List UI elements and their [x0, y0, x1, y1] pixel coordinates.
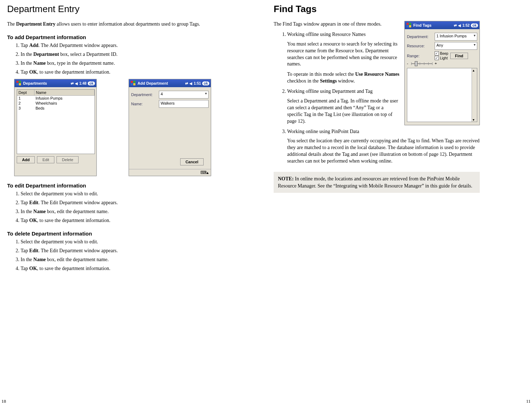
list-item: In the Name box, edit the department nam… — [21, 208, 213, 215]
pda-title-text: Departments — [23, 81, 47, 85]
edit-steps: Select the department you wish to edit. … — [7, 191, 213, 224]
svg-rect-10 — [407, 25, 409, 27]
heading-find-tags: Find Tags — [274, 4, 480, 15]
screenshot-row: Departments ⇄ ◀ 1:48 ok Dept Name 1Infus… — [14, 79, 213, 176]
svg-rect-3 — [19, 83, 21, 85]
range-minus: - — [407, 61, 409, 65]
page-left: Department Entry The Department Entry al… — [0, 0, 220, 279]
results-list[interactable] — [407, 68, 477, 122]
col-dept: Dept — [17, 90, 34, 95]
name-input[interactable]: Walkers — [159, 100, 209, 108]
note-box: NOTE: In online mode, the locations and … — [274, 172, 480, 193]
beep-checkbox[interactable]: ✓Beep — [435, 51, 448, 56]
pda-titlebar: Find Tags ⇄ ◀ 1:52 ok — [405, 21, 479, 29]
volume-icon: ◀ — [75, 81, 78, 85]
pda-titlebar: Add Department ⇄ ◀ 1:51 ok — [129, 79, 211, 87]
page-right: Find Tags Find Tags ⇄ ◀ 1:52 ok Departme… — [267, 0, 487, 196]
list-item: Tap Add. The Add Department window appea… — [21, 42, 213, 49]
ok-button[interactable]: ok — [88, 81, 95, 85]
status-icons: ⇄ ◀ 1:48 — [71, 81, 86, 85]
list-item: Select the department you wish to edit. — [21, 239, 213, 245]
light-checkbox[interactable]: ✓Light — [435, 56, 448, 60]
volume-icon: ◀ — [189, 81, 192, 85]
keyboard-icon[interactable]: ⌨︎▴ — [200, 170, 209, 175]
svg-rect-7 — [133, 83, 135, 85]
pda-add-department: Add Department ⇄ ◀ 1:51 ok Department: 4… — [129, 79, 211, 176]
resource-select[interactable]: Any — [435, 42, 477, 50]
pda-body: Dept Name 1Infusion Pumps 2Wheelchairs 3… — [15, 87, 96, 169]
list-item: Tap Edit. The Edit Department window app… — [21, 200, 213, 206]
range-plus: + — [435, 61, 437, 65]
list-item: Working online using PinPoint Data You s… — [287, 128, 480, 165]
volume-icon: ◀ — [458, 23, 461, 27]
ok-button[interactable]: ok — [202, 81, 209, 85]
scrollbar[interactable] — [472, 68, 477, 122]
delete-steps: Select the department you wish to edit. … — [7, 239, 213, 272]
pda-body: Department: 4 Name: Walkers Cancel — [129, 87, 211, 169]
svg-rect-9 — [409, 23, 411, 25]
delete-button[interactable]: Delete — [57, 156, 79, 163]
department-label: Department: — [131, 92, 157, 97]
svg-rect-1 — [19, 81, 21, 83]
connectivity-icon: ⇄ — [185, 81, 188, 85]
heading-department-entry: Department Entry — [7, 4, 213, 15]
pda-title-text: Find Tags — [413, 23, 431, 27]
status-icons: ⇄ ◀ 1:52 — [454, 23, 469, 27]
windows-start-icon[interactable] — [406, 22, 412, 28]
connectivity-icon: ⇄ — [454, 23, 457, 27]
table-row[interactable]: 1Infusion Pumps — [17, 96, 95, 101]
windows-start-icon[interactable] — [16, 80, 22, 86]
add-button[interactable]: Add — [17, 156, 35, 163]
heading-add: To add Department information — [7, 34, 213, 40]
add-steps: Tap Add. The Add Department window appea… — [7, 42, 213, 76]
button-bar: Add Edit Delete — [17, 156, 94, 163]
range-slider[interactable] — [411, 61, 432, 66]
departments-table[interactable]: Dept Name 1Infusion Pumps 2Wheelchairs 3… — [17, 89, 95, 154]
list-item: Tap OK, to save the department informati… — [21, 265, 213, 272]
pda-departments: Departments ⇄ ◀ 1:48 ok Dept Name 1Infus… — [14, 79, 97, 176]
page-number-left: 18 — [1, 398, 6, 404]
svg-rect-8 — [407, 23, 409, 25]
pda-title-text: Add Department — [138, 81, 168, 85]
list-item: In the Name box, type in the department … — [21, 60, 213, 67]
table-row[interactable]: 3Beds — [17, 106, 95, 111]
svg-rect-11 — [409, 25, 411, 27]
list-item: In the Department box, select a Departme… — [21, 51, 213, 58]
table-row[interactable]: 2Wheelchairs — [17, 101, 95, 106]
clock-text: 1:48 — [79, 81, 86, 85]
list-item: Select the department you wish to edit. — [21, 191, 213, 197]
pda-body: Department: 1 Infusion Pumps Resource: A… — [405, 29, 479, 125]
svg-rect-6 — [131, 83, 133, 85]
list-item: Tap Edit. The Edit Department window app… — [21, 248, 213, 254]
windows-start-icon[interactable] — [130, 80, 136, 86]
sip-bar: ⌨︎▴ — [129, 169, 211, 176]
note-label: NOTE: — [278, 176, 294, 181]
pda-titlebar: Departments ⇄ ◀ 1:48 ok — [15, 79, 96, 87]
clock-text: 1:52 — [462, 23, 469, 27]
department-label: Department: — [407, 35, 432, 39]
svg-rect-0 — [16, 81, 18, 83]
list-item: Tap OK, to save the department informati… — [21, 69, 213, 76]
heading-edit: To edit Department information — [7, 183, 213, 189]
status-icons: ⇄ ◀ 1:51 — [185, 81, 201, 85]
connectivity-icon: ⇄ — [71, 81, 74, 85]
table-header: Dept Name — [17, 90, 95, 96]
department-select[interactable]: 4 — [159, 91, 209, 99]
department-select[interactable]: 1 Infusion Pumps — [435, 33, 477, 41]
svg-rect-5 — [133, 81, 135, 83]
resource-label: Resource: — [407, 44, 432, 48]
list-item: Tap OK, to save the department informati… — [21, 217, 213, 224]
range-label: Range: — [407, 54, 432, 58]
intro-paragraph: The Department Entry allows users to ent… — [7, 21, 213, 28]
edit-button[interactable]: Edit — [37, 156, 54, 163]
ok-button[interactable]: ok — [471, 23, 478, 27]
heading-delete: To delete Department information — [7, 231, 213, 237]
find-button[interactable]: Find — [450, 53, 468, 59]
name-label: Name: — [131, 102, 157, 106]
page-number-right: 11 — [526, 398, 531, 404]
svg-rect-4 — [131, 81, 133, 83]
cancel-button[interactable]: Cancel — [180, 158, 204, 165]
pda-find-tags: Find Tags ⇄ ◀ 1:52 ok Department: 1 Infu… — [404, 21, 480, 125]
col-name: Name — [34, 90, 95, 95]
svg-rect-2 — [16, 83, 18, 85]
